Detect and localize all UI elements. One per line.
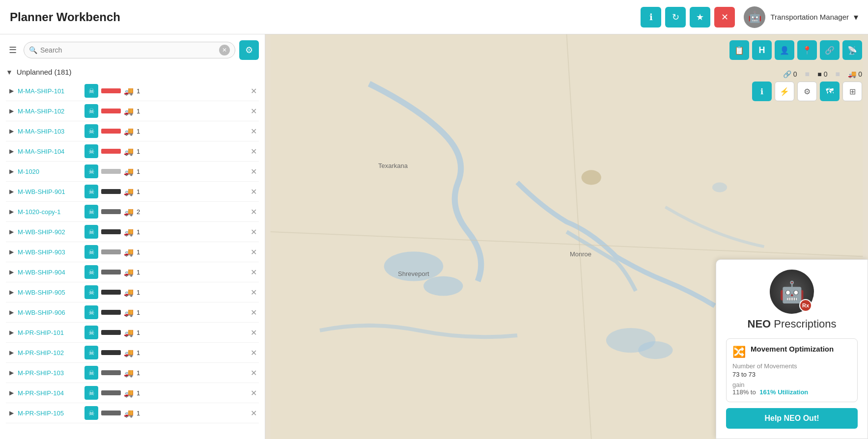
truck-icon: 🚚 [124,368,134,378]
shipment-row: ▶ M-MA-SHIP-103 ☠ 🚚 1 ✕ [6,121,259,141]
expand-button[interactable]: ▶ [8,289,15,296]
mapview-button[interactable]: 🗺 [820,82,840,101]
h-map-button[interactable]: H [752,40,772,60]
filter-button[interactable]: ⚙ [239,40,259,60]
svg-point-7 [582,170,601,185]
remove-button[interactable]: ✕ [251,409,257,418]
lightning-map-button[interactable]: ⚡ [775,82,794,101]
shipment-row: ▶ M-WB-SHIP-906 ☠ 🚚 1 ✕ [6,302,259,323]
shipment-link[interactable]: M-MA-SHIP-104 [18,148,82,155]
clipboard-map-button[interactable]: 📋 [729,40,749,60]
person-map-button[interactable]: 👤 [775,40,794,60]
count-badge: 1 [137,128,142,135]
expand-button[interactable]: ▶ [8,389,15,396]
signal-map-button[interactable]: 📡 [842,40,862,60]
remove-button[interactable]: ✕ [251,86,257,96]
shipment-link[interactable]: M-1020 [18,168,82,175]
remove-button[interactable]: ✕ [251,247,257,257]
count-badge: 1 [137,389,142,397]
expand-button[interactable]: ▶ [8,108,15,114]
remove-button[interactable]: ✕ [251,348,257,357]
remove-button[interactable]: ✕ [251,127,257,136]
close-button[interactable]: ✕ [714,7,735,27]
expand-button[interactable]: ▶ [8,369,15,376]
help-neo-button[interactable]: Help NEO Out! [726,408,858,429]
expand-button[interactable]: ▶ [8,128,15,135]
svg-point-1 [384,251,444,281]
shipment-link[interactable]: M-MA-SHIP-102 [18,108,82,115]
expand-button[interactable]: ▶ [8,228,15,235]
pin-map-button[interactable]: 📍 [797,40,817,60]
remove-button[interactable]: ✕ [251,167,257,176]
shipment-link[interactable]: M-1020-copy-1 [18,208,82,216]
shipment-link[interactable]: M-MA-SHIP-101 [18,87,82,95]
expand-button[interactable]: ▶ [8,188,15,195]
remove-button[interactable]: ✕ [251,388,257,398]
count-badge: 1 [137,349,142,357]
remove-button[interactable]: ✕ [251,147,257,156]
shipment-link[interactable]: M-PR-SHIP-101 [18,329,82,336]
refresh-button[interactable]: ↻ [665,7,686,27]
remove-button[interactable]: ✕ [251,268,257,277]
neo-panel: 🤖 Rx NEO Prescriptions 🔀 Movement Optimi… [716,259,868,439]
table-view-button[interactable]: ⊞ [842,82,862,101]
remove-button[interactable]: ✕ [251,288,257,297]
collapse-button[interactable]: ▼ [6,68,13,76]
expand-button[interactable]: ▶ [8,309,15,316]
truck-icon: 🚚 [124,147,134,156]
search-input[interactable] [40,46,219,54]
shipment-link[interactable]: M-WB-SHIP-906 [18,309,82,316]
priority-bar [101,189,121,194]
shipment-link[interactable]: M-WB-SHIP-903 [18,248,82,256]
remove-button[interactable]: ✕ [251,107,257,116]
counter3-group: 🚚 0 [848,70,862,78]
expand-button[interactable]: ▶ [8,329,15,336]
remove-button[interactable]: ✕ [251,328,257,337]
priority-bar [101,229,121,234]
expand-button[interactable]: ▶ [8,87,15,94]
expand-button[interactable]: ▶ [8,349,15,356]
ship-icon: ☠ [84,205,98,219]
count-badge: 1 [137,369,142,377]
user-menu-chevron[interactable]: ▾ [854,12,858,23]
shipment-row: ▶ M-1020-copy-1 ☠ 🚚 2 ✕ [6,202,259,222]
shipment-link[interactable]: M-WB-SHIP-901 [18,188,82,195]
remove-button[interactable]: ✕ [251,207,257,217]
shipment-link[interactable]: M-PR-SHIP-104 [18,389,82,397]
search-input-wrap: 🔍 ✕ [24,42,235,58]
expand-button[interactable]: ▶ [8,168,15,175]
expand-button[interactable]: ▶ [8,269,15,275]
clear-search-button[interactable]: ✕ [219,45,230,55]
info-map-button[interactable]: ℹ [752,82,772,101]
remove-button[interactable]: ✕ [251,187,257,196]
shipment-link[interactable]: M-PR-SHIP-105 [18,410,82,417]
remove-button[interactable]: ✕ [251,308,257,317]
list-toggle-button[interactable]: ☰ [6,42,20,58]
shipment-link[interactable]: M-PR-SHIP-102 [18,349,82,357]
shipment-link[interactable]: M-MA-SHIP-103 [18,128,82,135]
neo-card-body: Number of Movements 73 to 73 gain 118% t… [732,362,851,396]
movements-value: 73 to 73 [732,371,851,378]
shipment-link[interactable]: M-PR-SHIP-103 [18,369,82,377]
expand-button[interactable]: ▶ [8,248,15,255]
shipment-link[interactable]: M-WB-SHIP-902 [18,228,82,236]
ship-icon: ☠ [84,406,98,420]
shipment-link[interactable]: M-WB-SHIP-904 [18,269,82,276]
count-badge: 1 [137,168,142,175]
shipment-link[interactable]: M-WB-SHIP-905 [18,289,82,296]
info-button[interactable]: ℹ [641,7,661,27]
remove-button[interactable]: ✕ [251,368,257,378]
ship-icon: ☠ [84,265,98,279]
link-map-button[interactable]: 🔗 [820,40,840,60]
star-button[interactable]: ★ [690,7,710,27]
priority-bar [101,310,121,315]
count-badge: 1 [137,289,142,296]
expand-button[interactable]: ▶ [8,410,15,416]
counter2-icon: ■ [817,70,821,78]
expand-button[interactable]: ▶ [8,208,15,215]
gear-map-button[interactable]: ⚙ [797,82,817,101]
ship-icon: ☠ [84,144,98,158]
remove-button[interactable]: ✕ [251,227,257,237]
expand-button[interactable]: ▶ [8,148,15,155]
count-badge: 1 [137,309,142,316]
